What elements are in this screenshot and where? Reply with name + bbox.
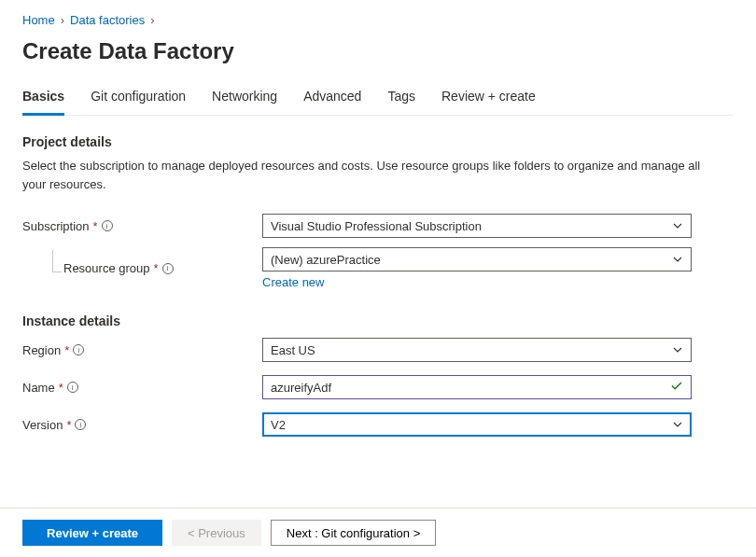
footer-bar: Review + create < Previous Next : Git co… — [0, 508, 756, 557]
version-label: Version — [22, 418, 63, 432]
subscription-label: Subscription — [22, 219, 90, 233]
hierarchy-line — [52, 250, 62, 272]
info-icon[interactable]: i — [162, 263, 174, 274]
resource-group-select[interactable]: (New) azurePractice — [262, 247, 692, 272]
info-icon[interactable]: i — [102, 220, 113, 231]
instance-details-heading: Instance details — [22, 313, 734, 328]
breadcrumb-data-factories[interactable]: Data factories — [70, 13, 145, 27]
create-new-link[interactable]: Create new — [262, 275, 324, 289]
region-label: Region — [22, 343, 61, 357]
chevron-down-icon — [672, 254, 683, 265]
info-icon[interactable]: i — [73, 344, 84, 355]
info-icon[interactable]: i — [67, 382, 78, 393]
name-input[interactable]: azureifyAdf — [262, 375, 692, 399]
breadcrumb: Home › Data factories › — [22, 13, 734, 27]
breadcrumb-home[interactable]: Home — [22, 13, 55, 27]
tab-basics[interactable]: Basics — [22, 89, 64, 116]
chevron-down-icon — [672, 220, 683, 231]
project-details-heading: Project details — [22, 134, 734, 149]
tab-bar: Basics Git configuration Networking Adva… — [22, 89, 734, 116]
region-select[interactable]: East US — [262, 338, 692, 362]
version-select[interactable]: V2 — [262, 412, 692, 437]
chevron-down-icon — [672, 419, 683, 430]
required-indicator: * — [66, 418, 71, 432]
region-value: East US — [271, 343, 315, 357]
page-title: Create Data Factory — [22, 38, 734, 64]
required-indicator: * — [154, 261, 159, 275]
subscription-select[interactable]: Visual Studio Professional Subscription — [262, 214, 692, 238]
tab-tags[interactable]: Tags — [387, 89, 415, 115]
tab-networking[interactable]: Networking — [212, 89, 277, 115]
tab-git-configuration[interactable]: Git configuration — [91, 89, 186, 115]
name-label: Name — [22, 381, 55, 395]
check-icon — [670, 380, 683, 396]
resource-group-value: (New) azurePractice — [271, 253, 381, 267]
chevron-right-icon: › — [150, 13, 154, 27]
review-create-button[interactable]: Review + create — [22, 520, 162, 546]
chevron-down-icon — [672, 344, 683, 355]
required-indicator: * — [93, 219, 98, 233]
tab-review-create[interactable]: Review + create — [441, 89, 536, 115]
subscription-value: Visual Studio Professional Subscription — [271, 219, 482, 233]
required-indicator: * — [64, 343, 69, 357]
project-details-description: Select the subscription to manage deploy… — [22, 157, 713, 193]
version-value: V2 — [271, 418, 286, 432]
previous-button[interactable]: < Previous — [172, 520, 261, 546]
next-button[interactable]: Next : Git configuration > — [271, 520, 436, 546]
name-value: azureifyAdf — [271, 381, 331, 395]
resource-group-label: Resource group — [63, 261, 150, 275]
tab-advanced[interactable]: Advanced — [303, 89, 361, 115]
required-indicator: * — [59, 381, 63, 395]
info-icon[interactable]: i — [75, 419, 86, 430]
chevron-right-icon: › — [61, 13, 64, 27]
